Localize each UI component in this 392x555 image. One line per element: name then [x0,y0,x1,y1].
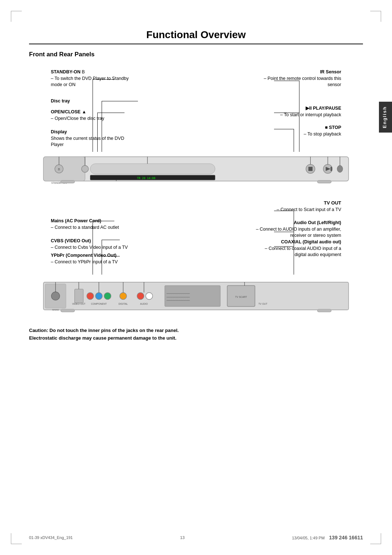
page-footer: 01-39 xDV434_Eng_191 13 13/04/05, 1:49 P… [29,535,363,540]
svg-point-13 [337,165,343,172]
playpause-hline [274,113,299,113]
coaxial-label: COAXIAL (Digital audio out) [281,239,341,244]
corner-mark-bl [11,533,22,544]
footer-right: 13/04/05, 1:49 PM 139 246 16611 [292,535,363,540]
svg-point-26 [52,292,60,300]
audioout-hline [274,232,294,232]
open-close-line [97,113,98,152]
caution-line1: Caution: Do not touch the inner pins of … [29,328,179,333]
mains-vline [93,221,93,275]
tvout-hline [274,211,294,211]
standby-hline [93,79,114,80]
svg-point-35 [137,292,144,299]
standby-line [93,79,93,152]
stop-label: ■ STOP [325,125,341,130]
rear-panel-svg: VIDEO OUT COMPONENT DIGITAL AUDIO ••••••… [40,276,352,316]
front-panel-svg: B TR 20 14:08 STANDBY-ON [40,149,352,189]
svg-point-30 [95,292,102,299]
ir-hline [274,81,299,81]
audio-out-label: Audio Out (Left/Right) [294,220,341,225]
ypbpr-label: YPbPr (Component Video Out) [51,253,117,258]
stop-annotation: ■ STOP – To stop playback [304,125,341,137]
playpause-line [299,113,299,152]
barcode-text: 139 246 16611 [329,535,363,540]
svg-text:COMPONENT: COMPONENT [91,303,107,305]
rear-panel-diagram: TV OUT – Connect to Scart input of a TV … [29,200,363,316]
coaxial-hline [274,246,294,247]
page-title: Functional Overview [29,29,363,41]
disc-tray-label: Disc tray [51,98,70,104]
svg-rect-46 [317,309,331,312]
svg-text:TR 20  14:08: TR 20 14:08 [137,177,156,180]
caution-line2: Electrostatic discharge may cause perman… [29,335,176,341]
svg-rect-45 [61,309,74,312]
svg-rect-27 [75,289,83,303]
stop-hline [274,129,294,129]
standby-on-label: STANDBY-ON [51,69,81,74]
svg-text:••••••••••••••••••••••••••••••: •••••••••••••••••••••••••••••••• [167,292,190,295]
page: English Functional Overview Front and Re… [0,0,392,555]
disc-tray-hline [102,101,138,101]
svg-rect-9 [309,167,313,171]
cvbs-hline [102,240,120,240]
svg-text:B: B [58,167,60,171]
svg-point-33 [120,292,127,299]
corner-mark-tl [11,11,22,22]
svg-text:AUDIO: AUDIO [140,303,148,305]
svg-rect-16 [317,181,331,183]
disc-tray-annotation: Disc tray [51,98,70,105]
ypbpr-annotation: YPbPr (Component Video Out) – Connect to… [51,252,118,265]
front-panel-section: Front and Rear Panels STANDBY-ON B – To … [29,51,363,189]
audio-out-annotation: Audio Out (Left/Right) – Connect to AUDI… [256,220,341,239]
rear-panel-section: TV OUT – Connect to Scart input of a TV … [29,200,363,316]
coaxial-annotation: COAXIAL (Digital audio out) – Connect to… [265,239,341,258]
standby-on-annotation: STANDBY-ON B – To switch the DVD Player … [51,69,128,88]
svg-point-36 [146,292,152,299]
caution-box: Caution: Do not touch the inner pins of … [29,327,363,342]
svg-text:TV OUT: TV OUT [258,303,267,305]
svg-text:MAINS: MAINS [52,309,59,311]
svg-text:TV SCART: TV SCART [235,296,247,298]
svg-text:••••••••••••••••••••••••••••••: •••••••••••••••••••••••••••••••• [167,299,190,301]
svg-point-29 [87,292,94,299]
ypbpr-hline [102,256,120,256]
ir-sensor-label: IR Sensor [320,69,341,74]
ypbpr-vline [102,256,102,275]
footer-left: 01-39 xDV434_Eng_191 [29,535,73,540]
footer-center-number: 13 [180,535,184,540]
mains-annotation: Mains (AC Power Cord) – Connect to a sta… [51,218,119,231]
tv-out-label: TV OUT [324,200,341,206]
open-close-annotation: OPEN/CLOSE ▲ – Open/Close the disc tray [51,109,104,122]
svg-point-31 [104,292,111,299]
stop-line [294,129,294,152]
front-panel-diagram: STANDBY-ON B – To switch the DVD Player … [29,65,363,189]
open-close-label: OPEN/CLOSE [51,109,81,114]
cvbs-label: CVBS (VIDEO Out) [51,238,91,243]
coaxial-vline [294,246,294,275]
svg-text:••••••••••••••••••••••••••••••: •••••••••••••••••••••••••••••••• [167,296,190,298]
svg-text:DIGITAL: DIGITAL [119,303,128,305]
svg-rect-4 [90,164,215,174]
svg-rect-15 [61,181,74,183]
ir-sensor-annotation: IR Sensor – Point the remote control tow… [264,69,341,88]
play-pause-label: ▶II PLAY/PAUSE [306,106,341,111]
corner-mark-tr [370,11,381,22]
mains-hline [93,221,114,221]
svg-rect-12 [331,167,332,171]
display-annotation: Display Shows the current status of the … [51,129,124,148]
svg-point-7 [82,165,89,172]
language-tab: English [379,102,392,133]
title-divider [29,44,363,44]
open-close-hline [97,113,124,113]
play-pause-annotation: ▶II PLAY/PAUSE – To start or interrupt p… [280,105,341,118]
disc-tray-line [102,101,102,152]
display-label: Display [51,129,67,134]
svg-rect-1 [44,157,85,181]
svg-text:VIDEO OUT: VIDEO OUT [72,303,86,305]
corner-mark-br [370,533,381,544]
section-heading: Front and Rear Panels [29,51,363,58]
